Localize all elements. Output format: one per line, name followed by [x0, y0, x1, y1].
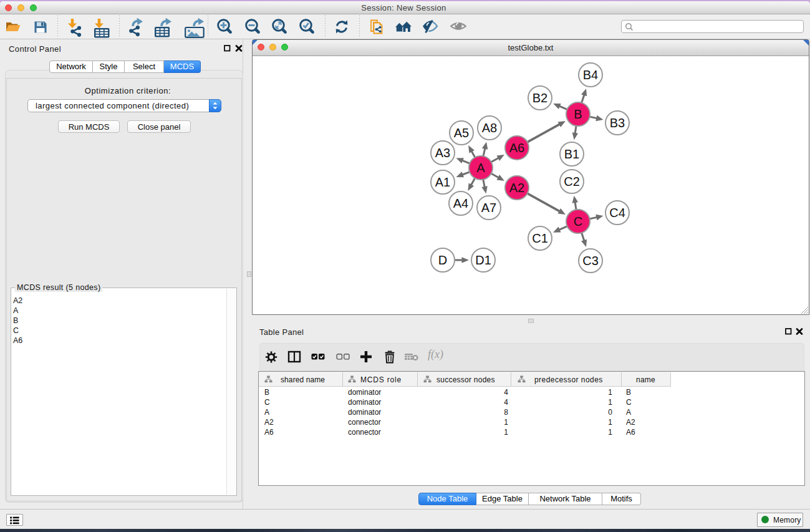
svg-text:B2: B2 [533, 91, 547, 105]
svg-text:C4: C4 [609, 206, 625, 220]
svg-text:A1: A1 [435, 175, 450, 189]
svg-text:A8: A8 [482, 121, 497, 135]
svg-text:A2: A2 [509, 181, 524, 195]
svg-text:A6: A6 [509, 141, 524, 155]
svg-text:B: B [574, 107, 582, 121]
svg-text:A: A [476, 161, 485, 175]
svg-text:B1: B1 [564, 147, 579, 161]
svg-text:C1: C1 [532, 231, 548, 245]
svg-text:B3: B3 [610, 116, 625, 130]
svg-text:A3: A3 [435, 146, 450, 160]
svg-text:A4: A4 [453, 196, 468, 210]
svg-text:C3: C3 [582, 254, 599, 268]
svg-text:B4: B4 [583, 68, 598, 82]
svg-text:A7: A7 [481, 201, 496, 215]
svg-text:D1: D1 [475, 253, 491, 267]
svg-text:C: C [574, 215, 582, 228]
svg-text:C2: C2 [564, 175, 580, 188]
svg-text:A5: A5 [454, 126, 469, 140]
svg-text:D: D [438, 253, 447, 267]
